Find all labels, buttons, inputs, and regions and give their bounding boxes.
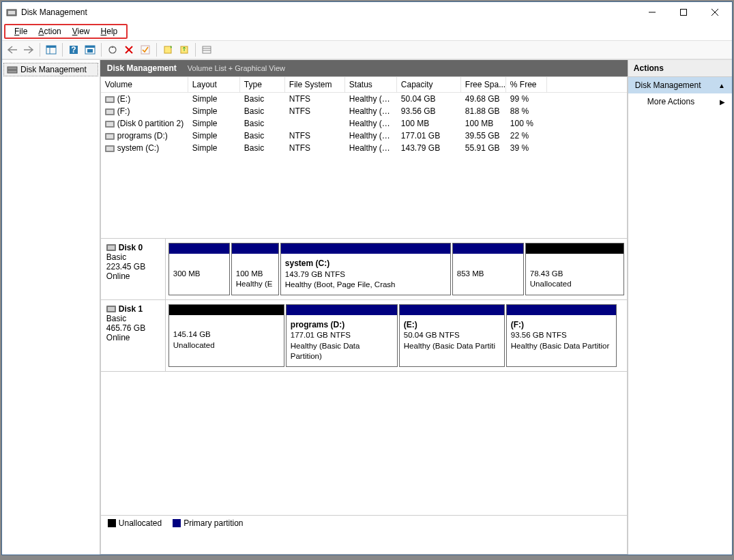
svg-rect-3	[681, 10, 687, 16]
partition[interactable]: (E:)50.04 GB NTFSHealthy (Basic Data Par…	[399, 304, 505, 367]
actions-disk-management[interactable]: Disk Management ▲	[628, 77, 732, 93]
partition[interactable]: (F:)93.56 GB NTFSHealthy (Basic Data Par…	[506, 304, 617, 367]
col-pctfree[interactable]: % Free	[506, 77, 547, 92]
legend-unallocated: Unallocated	[108, 518, 162, 528]
table-header-row: Volume Layout Type File System Status Ca…	[101, 77, 627, 93]
col-freespace[interactable]: Free Spa...	[461, 77, 506, 92]
svg-rect-17	[141, 46, 149, 54]
list-icon[interactable]	[199, 42, 214, 57]
disk-info[interactable]: Disk 1Basic465.76 GBOnline	[101, 300, 166, 371]
disk-row: Disk 1Basic465.76 GBOnline145.14 GBUnall…	[101, 300, 627, 372]
disk-mgmt-icon	[7, 65, 18, 74]
volume-icon	[105, 133, 115, 140]
center-title: Disk Management	[107, 63, 177, 73]
svg-rect-13	[87, 49, 93, 53]
minimize-button[interactable]	[636, 2, 668, 23]
menu-view[interactable]: View	[67, 25, 96, 38]
delete-icon[interactable]	[121, 42, 136, 57]
table-row[interactable]: programs (D:)SimpleBasicNTFSHealthy (B..…	[101, 130, 627, 142]
disk-row: Disk 0Basic223.45 GBOnline300 MB100 MBHe…	[101, 239, 627, 300]
disk-info[interactable]: Disk 0Basic223.45 GBOnline	[101, 239, 166, 299]
volume-icon	[105, 145, 115, 152]
volume-icon	[105, 96, 115, 103]
tree-root-disk-management[interactable]: Disk Management	[3, 63, 98, 76]
partition[interactable]: 100 MBHealthy (E	[231, 243, 279, 295]
actions-pane: Actions Disk Management ▲ More Actions ▶	[628, 60, 732, 555]
col-volume[interactable]: Volume	[101, 77, 188, 92]
toolbar: ?	[2, 40, 732, 59]
help-button[interactable]: ?	[66, 42, 81, 57]
volume-icon	[105, 108, 115, 115]
graphical-view: Disk 0Basic223.45 GBOnline300 MB100 MBHe…	[100, 239, 628, 555]
partition[interactable]: 145.14 GBUnallocated	[168, 304, 284, 367]
attach-icon[interactable]	[177, 42, 192, 57]
window-title: Disk Management	[21, 8, 636, 17]
partition[interactable]: 300 MB	[168, 243, 230, 295]
col-status[interactable]: Status	[345, 77, 397, 92]
disk-icon	[106, 306, 116, 312]
svg-rect-20	[203, 46, 211, 53]
partition[interactable]: 78.43 GBUnallocated	[525, 243, 624, 295]
menubar-highlight: File Action View Help	[4, 24, 128, 39]
collapse-arrow-icon: ▲	[718, 82, 725, 89]
maximize-button[interactable]	[668, 2, 699, 23]
back-button[interactable]	[5, 42, 20, 57]
settings-button[interactable]	[83, 42, 98, 57]
svg-rect-24	[8, 70, 17, 73]
new-icon[interactable]	[160, 42, 175, 57]
menu-help[interactable]: Help	[96, 25, 123, 38]
svg-text:?: ?	[71, 45, 76, 55]
col-type[interactable]: Type	[240, 77, 285, 92]
tree-pane: Disk Management	[2, 60, 100, 555]
forward-button[interactable]	[21, 42, 36, 57]
col-capacity[interactable]: Capacity	[397, 77, 461, 92]
center-pane: Disk Management Volume List + Graphical …	[100, 60, 628, 555]
svg-rect-23	[8, 67, 17, 70]
actions-more[interactable]: More Actions ▶	[628, 93, 732, 110]
table-row[interactable]: (Disk 0 partition 2)SimpleBasicHealthy (…	[101, 117, 627, 130]
col-layout[interactable]: Layout	[188, 77, 240, 92]
volume-icon	[105, 121, 115, 128]
table-row[interactable]: (F:)SimpleBasicNTFSHealthy (B...93.56 GB…	[101, 105, 627, 117]
table-row[interactable]: system (C:)SimpleBasicNTFSHealthy (B...1…	[101, 142, 627, 154]
volume-list: Volume Layout Type File System Status Ca…	[100, 76, 628, 239]
svg-rect-7	[46, 46, 56, 48]
tree-root-label: Disk Management	[20, 65, 87, 74]
table-row[interactable]: (E:)SimpleBasicNTFSHealthy (B...50.04 GB…	[101, 93, 627, 105]
legend: Unallocated Primary partition	[101, 515, 627, 531]
svg-rect-1	[8, 11, 15, 14]
actions-title: Actions	[628, 60, 732, 77]
menu-action[interactable]: Action	[33, 25, 66, 38]
svg-rect-18	[164, 46, 171, 53]
checklist-icon[interactable]	[138, 42, 153, 57]
center-subtitle: Volume List + Graphical View	[188, 64, 285, 72]
partition[interactable]: system (C:)143.79 GB NTFSHealthy (Boot, …	[280, 243, 451, 295]
titlebar: Disk Management	[2, 2, 732, 23]
col-filesystem[interactable]: File System	[285, 77, 345, 92]
disk-icon	[106, 244, 116, 251]
legend-primary: Primary partition	[173, 518, 243, 528]
col-spacer	[547, 77, 627, 92]
app-icon	[6, 7, 17, 18]
show-hide-tree-button[interactable]	[44, 42, 59, 57]
close-button[interactable]	[699, 2, 731, 23]
partition[interactable]: 853 MB	[452, 243, 524, 295]
window-frame: Disk Management File Action View Help ?	[1, 1, 733, 555]
svg-rect-12	[85, 46, 95, 48]
partition[interactable]: programs (D:)177.01 GB NTFSHealthy (Basi…	[286, 304, 398, 367]
menu-file[interactable]: File	[9, 25, 33, 38]
submenu-arrow-icon: ▶	[720, 98, 725, 106]
center-header: Disk Management Volume List + Graphical …	[100, 60, 628, 76]
refresh-icon[interactable]	[105, 42, 120, 57]
